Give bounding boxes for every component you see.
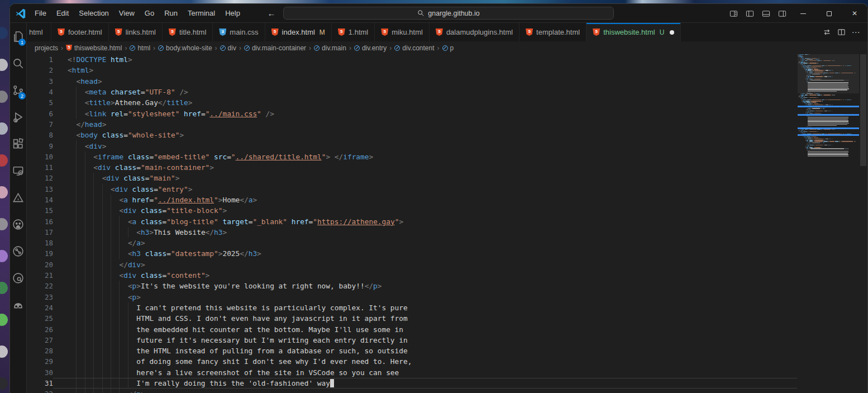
line-number: 10 bbox=[27, 153, 53, 161]
customize-layout-button[interactable] bbox=[726, 4, 742, 23]
indent-guide bbox=[85, 389, 85, 393]
tab-html[interactable]: html bbox=[27, 23, 51, 41]
line-content: the embedded hit counter at the bottom. … bbox=[53, 324, 867, 334]
scrollbar-thumb[interactable] bbox=[860, 54, 866, 166]
activity-item-search[interactable] bbox=[10, 50, 26, 77]
code-token: src bbox=[209, 153, 227, 161]
toggle-panel-button[interactable] bbox=[758, 4, 774, 23]
activity-item-extensions[interactable] bbox=[10, 130, 26, 157]
code-editor[interactable]: 1<!DOCTYPE html>2<html>3 <head>4 <meta c… bbox=[27, 54, 867, 393]
tab-footer-html[interactable]: 5footer.html bbox=[51, 23, 109, 41]
indent-guide bbox=[93, 270, 94, 281]
breadcrumb-item-thiswebsite-html[interactable]: 5thiswebsite.html bbox=[66, 44, 122, 52]
activity-item-godot-tools[interactable] bbox=[10, 291, 26, 318]
code-token: > bbox=[98, 77, 102, 86]
indent-guide bbox=[102, 216, 103, 226]
git-graph-icon bbox=[12, 245, 24, 257]
vscode-logo-icon bbox=[15, 8, 26, 19]
breadcrumb-item-div-content[interactable]: div.content bbox=[394, 44, 434, 52]
activity-item-gitlens[interactable] bbox=[10, 264, 26, 291]
activity-item-github[interactable] bbox=[10, 211, 26, 238]
chevron-right-icon: › bbox=[309, 44, 311, 52]
code-line: 26 the embedded hit counter at the botto… bbox=[27, 324, 867, 334]
toggle-secondary-sidebar-button[interactable] bbox=[774, 4, 790, 23]
code-token: charset bbox=[106, 88, 141, 96]
indent-guide bbox=[76, 302, 77, 313]
activity-item-explorer[interactable]: 1 bbox=[10, 23, 26, 50]
indent-guide bbox=[85, 184, 85, 195]
code-line: 30 here's a live screenshot of the site … bbox=[27, 367, 867, 378]
breadcrumb-item-div-main-container[interactable]: div.main-container bbox=[244, 44, 306, 52]
menu-item-go[interactable]: Go bbox=[140, 7, 159, 20]
activity-item-triangle-logo[interactable] bbox=[10, 184, 26, 211]
tab-template-html[interactable]: 5template.html bbox=[519, 23, 586, 41]
html-file-icon: 5 bbox=[271, 29, 279, 36]
command-center-search[interactable]: gnargle.github.io bbox=[283, 7, 614, 20]
line-number: 6 bbox=[27, 110, 53, 118]
breadcrumb-item-projects[interactable]: projects bbox=[35, 44, 58, 52]
line-number: 31 bbox=[27, 379, 53, 387]
minimap[interactable] bbox=[798, 54, 859, 393]
tab-main-css[interactable]: 3main.css bbox=[213, 23, 265, 41]
title-bar[interactable]: FileEditSelectionViewGoRunTerminalHelp ←… bbox=[10, 4, 867, 23]
breadcrumb-item-body-whole-site[interactable]: body.whole-site bbox=[158, 44, 212, 52]
code-token: link bbox=[89, 110, 107, 118]
menu-item-terminal[interactable]: Terminal bbox=[183, 7, 220, 20]
breadcrumb-item-p[interactable]: p bbox=[442, 44, 454, 52]
run-debug-icon bbox=[12, 111, 24, 123]
indent-guide bbox=[128, 367, 128, 378]
line-content: <body class="whole-site"> bbox=[53, 130, 867, 140]
vscode-window: FileEditSelectionViewGoRunTerminalHelp ←… bbox=[9, 3, 868, 393]
toggle-primary-sidebar-button[interactable] bbox=[742, 4, 758, 23]
code-token: < bbox=[85, 98, 89, 107]
code-token: div bbox=[115, 185, 128, 193]
indent-guide bbox=[102, 292, 103, 302]
breadcrumb-item-div[interactable]: div bbox=[220, 44, 236, 52]
menu-item-run[interactable]: Run bbox=[159, 7, 183, 20]
toggle-secondary-sidebar-icon bbox=[778, 10, 786, 18]
tab-miku-html[interactable]: 5miku.html bbox=[375, 23, 430, 41]
code-token: < bbox=[128, 249, 132, 258]
activity-item-git-graph[interactable] bbox=[10, 238, 26, 264]
tab-title-html[interactable]: 5title.html bbox=[163, 23, 213, 41]
code-token: div bbox=[123, 206, 136, 215]
menu-item-view[interactable]: View bbox=[114, 7, 140, 20]
split-editor-button[interactable] bbox=[834, 25, 848, 40]
indent-guide bbox=[93, 195, 94, 205]
activity-item-remote-explorer[interactable] bbox=[10, 157, 26, 184]
more-actions-button[interactable]: ⋯ bbox=[848, 25, 863, 40]
tab-links-html[interactable]: 5links.html bbox=[109, 23, 163, 41]
tab-1-html[interactable]: 51.html bbox=[332, 23, 375, 41]
menu-item-help[interactable]: Help bbox=[220, 7, 245, 20]
menu-item-selection[interactable]: Selection bbox=[74, 7, 113, 20]
breadcrumb-item-html[interactable]: html bbox=[130, 44, 150, 52]
indent-guide bbox=[111, 238, 111, 248]
code-token: "embed-title" bbox=[154, 153, 209, 161]
tab-thiswebsite-html[interactable]: 5thiswebsite.htmlU bbox=[586, 23, 681, 41]
code-token: < bbox=[111, 185, 115, 193]
menu-item-edit[interactable]: Edit bbox=[51, 7, 74, 20]
minimize-button[interactable] bbox=[790, 4, 816, 23]
code-token: < bbox=[119, 271, 123, 280]
breadcrumb-label: div.entry bbox=[362, 44, 387, 52]
tab-index-html[interactable]: 5index.htmlM bbox=[265, 23, 332, 41]
breadcrumb-item-div-entry[interactable]: div.entry bbox=[354, 44, 387, 52]
indent-guide bbox=[102, 313, 103, 324]
maximize-button[interactable] bbox=[816, 4, 842, 23]
code-token: > bbox=[209, 163, 214, 172]
vertical-scrollbar[interactable] bbox=[859, 54, 867, 393]
line-content: <div class="main"> bbox=[53, 173, 867, 183]
menu-item-file[interactable]: File bbox=[30, 7, 51, 20]
titlebar-right-controls: ✕ bbox=[726, 4, 867, 23]
open-changes-button[interactable] bbox=[819, 25, 834, 40]
breadcrumb-item-div-main[interactable]: div.main bbox=[314, 44, 346, 52]
close-button[interactable]: ✕ bbox=[842, 4, 867, 23]
line-content: <html> bbox=[53, 65, 867, 75]
tab-dalamudplugins-html[interactable]: 5dalamudplugins.html bbox=[430, 23, 519, 41]
code-token: future if it's necessary but I'm writing… bbox=[136, 336, 407, 344]
activity-item-source-control[interactable]: 2 bbox=[10, 77, 26, 103]
back-icon[interactable]: ← bbox=[264, 8, 279, 18]
indent-guide bbox=[93, 313, 94, 324]
search-icon bbox=[12, 58, 24, 69]
activity-item-run-debug[interactable] bbox=[10, 103, 26, 130]
